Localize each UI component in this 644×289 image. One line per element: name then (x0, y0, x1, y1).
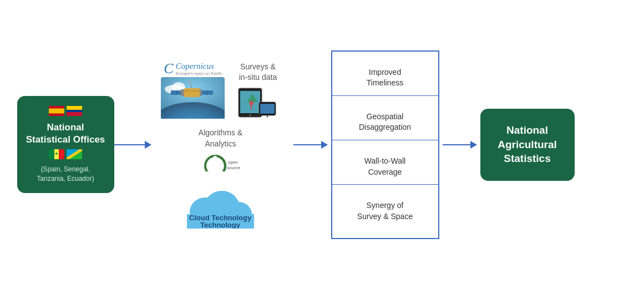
svg-point-38 (249, 114, 251, 116)
cloud-shape: Cloud Technology Technology (180, 191, 261, 229)
nso-title: NationalStatistical Offices (26, 121, 105, 146)
flag-spain (49, 106, 64, 116)
svg-rect-40 (260, 104, 275, 114)
nas-box: NationalAgriculturalStatistics (480, 109, 575, 181)
surveys-label: Surveys & in-situ data (239, 62, 277, 83)
svg-rect-5 (67, 112, 82, 116)
svg-rect-8 (59, 149, 64, 159)
algos-label: Algorithms & Analytics (199, 128, 242, 149)
svg-rect-43 (204, 171, 226, 180)
nas-title: NationalAgriculturalStatistics (498, 123, 557, 166)
svg-point-31 (189, 81, 191, 83)
nso-subtitle: (Spain, Senegal,Tanzania, Ecuador) (37, 165, 94, 184)
svg-point-41 (267, 115, 268, 117)
copernicus-logo: C Copernicus Europe's eyes on Earth (164, 60, 221, 77)
diagram-container: NationalStatistical Offices (0, 0, 644, 289)
benefit-geospatial: GeospatialDisaggregation (332, 105, 438, 140)
svg-text:source: source (227, 165, 241, 170)
arrow-2 (293, 141, 328, 149)
benefit-coverage: Wall-to-WallCoverage (332, 149, 438, 185)
benefits-box: ImprovedTimeliness GeospatialDisaggregat… (331, 50, 439, 239)
svg-rect-4 (67, 110, 82, 112)
benefit-timeliness: ImprovedTimeliness (332, 60, 438, 96)
inputs-bottom-half: Algorithms & Analytics open source (180, 128, 261, 229)
inputs-top-half: C Copernicus Europe's eyes on Earth (151, 60, 290, 119)
svg-point-36 (249, 101, 253, 105)
opensource-logo: open source (196, 153, 246, 183)
svg-text:open: open (228, 160, 238, 165)
svg-rect-3 (67, 106, 82, 110)
flag-tanzania (67, 149, 82, 159)
inputs-column: C Copernicus Europe's eyes on Earth (151, 60, 290, 229)
svg-rect-1 (49, 108, 64, 113)
svg-rect-29 (200, 89, 202, 96)
svg-rect-6 (49, 149, 54, 159)
flow-wrapper: NationalStatistical Offices (17, 50, 627, 239)
flag-senegal (49, 149, 64, 159)
svg-rect-20 (184, 88, 200, 97)
copernicus-name: Copernicus (176, 62, 222, 71)
satellite-icon (161, 77, 225, 119)
arrow-3 (443, 141, 477, 149)
svg-text:Technology: Technology (200, 221, 241, 229)
flag-ecuador (67, 106, 82, 116)
svg-rect-25 (181, 89, 184, 96)
flags-row-top (49, 106, 82, 116)
copernicus-col: C Copernicus Europe's eyes on Earth (161, 60, 225, 119)
arrow-1 (114, 141, 151, 149)
cloud-container: Cloud Technology Technology (180, 191, 261, 229)
surveys-col: Surveys & in-situ data (236, 62, 280, 119)
flags-row-bottom (49, 149, 82, 159)
benefit-synergy: Synergy ofSurvey & Space (332, 194, 438, 229)
devices-icon (236, 85, 280, 119)
nso-box: NationalStatistical Offices (17, 96, 114, 194)
svg-rect-21 (184, 90, 200, 92)
copernicus-tagline: Europe's eyes on Earth (176, 71, 222, 76)
